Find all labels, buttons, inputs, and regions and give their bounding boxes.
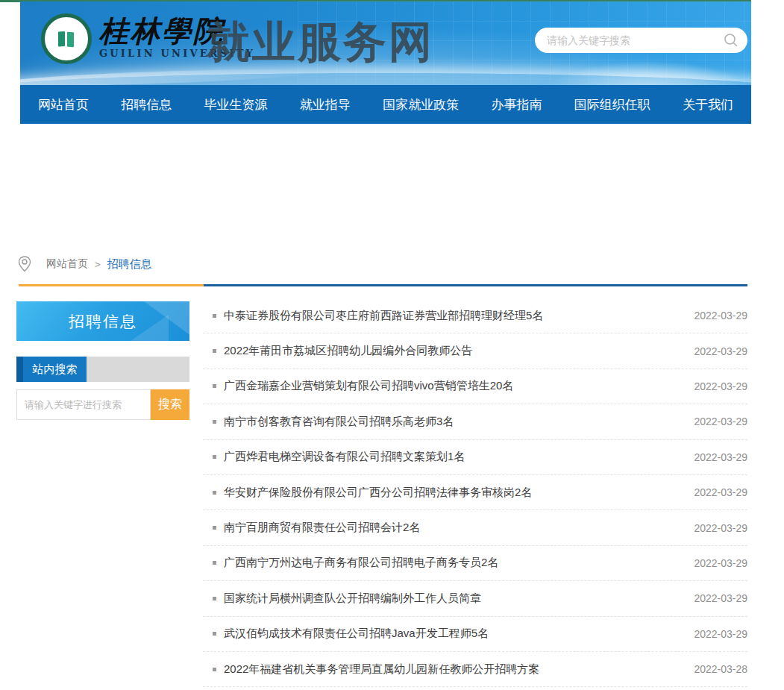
job-link[interactable]: 武汉佰钧成技术有限责任公司招聘Java开发工程师5名 bbox=[224, 627, 685, 641]
location-pin-icon bbox=[18, 256, 31, 272]
list-item: 华安财产保险股份有限公司广西分公司招聘法律事务审核岗2名 2022-03-29 bbox=[203, 475, 747, 510]
square-bullet-icon bbox=[213, 668, 216, 671]
divider-blue-segment bbox=[204, 284, 747, 286]
header-search-input[interactable] bbox=[547, 34, 724, 46]
job-date: 2022-03-29 bbox=[694, 628, 747, 640]
job-link[interactable]: 广西烨君电梯空调设备有限公司招聘文案策划1名 bbox=[224, 450, 685, 464]
list-item: 武汉佰钧成技术有限责任公司招聘Java开发工程师5名 2022-03-29 bbox=[203, 617, 747, 652]
job-link[interactable]: 华安财产保险股份有限公司广西分公司招聘法律事务审核岗2名 bbox=[224, 486, 685, 500]
job-list: 中泰证券股份有限公司枣庄府前西路证券营业部招聘理财经理5名 2022-03-29… bbox=[203, 298, 747, 687]
nav-item-national-policy[interactable]: 国家就业政策 bbox=[383, 96, 459, 113]
list-item: 2022年莆田市荔城区招聘幼儿园编外合同教师公告 2022-03-29 bbox=[203, 333, 747, 368]
list-item: 2022年福建省机关事务管理局直属幼儿园新任教师公开招聘方案 2022-03-2… bbox=[203, 652, 747, 687]
breadcrumb: 网站首页 > 招聘信息 bbox=[18, 256, 152, 272]
tab-accent-stripe bbox=[16, 357, 23, 382]
square-bullet-icon bbox=[213, 420, 216, 424]
sidebar-search-button[interactable]: 搜索 bbox=[151, 389, 189, 420]
list-item: 南宁百朋商贸有限责任公司招聘会计2名 2022-03-29 bbox=[203, 510, 747, 545]
list-item: 中泰证券股份有限公司枣庄府前西路证券营业部招聘理财经理5名 2022-03-29 bbox=[203, 298, 747, 333]
square-bullet-icon bbox=[213, 455, 216, 459]
job-date: 2022-03-29 bbox=[694, 345, 747, 357]
job-link[interactable]: 2022年福建省机关事务管理局直属幼儿园新任教师公开招聘方案 bbox=[224, 662, 685, 677]
job-link[interactable]: 广西金瑞嘉企业营销策划有限公司招聘vivo营销管培生20名 bbox=[224, 379, 685, 393]
books-glyph bbox=[54, 26, 79, 51]
page: 桂林學院 GUILIN UNIVERSITY 就业服务网 网站首页 招聘信息 毕… bbox=[0, 0, 784, 690]
site-search-bar: 站内搜索 bbox=[16, 357, 189, 382]
job-date: 2022-03-29 bbox=[694, 451, 747, 463]
breadcrumb-current[interactable]: 招聘信息 bbox=[107, 257, 152, 272]
sidebar-title: 招聘信息 bbox=[69, 311, 137, 332]
nav-item-intl-organizations[interactable]: 国际组织任职 bbox=[574, 96, 650, 113]
sidebar-search-input[interactable] bbox=[16, 389, 151, 420]
header-search-box[interactable] bbox=[535, 28, 747, 53]
sidebar-search: 搜索 bbox=[16, 389, 189, 420]
job-date: 2022-03-29 bbox=[694, 310, 747, 322]
job-link[interactable]: 国家统计局横州调查队公开招聘编制外工作人员简章 bbox=[224, 592, 685, 606]
nav-item-career-guidance[interactable]: 就业指导 bbox=[300, 96, 351, 113]
breadcrumb-separator: > bbox=[95, 259, 101, 270]
square-bullet-icon bbox=[213, 632, 216, 636]
divider-orange-segment bbox=[19, 284, 204, 286]
square-bullet-icon bbox=[213, 491, 216, 495]
list-item: 国家统计局横州调查队公开招聘编制外工作人员简章 2022-03-29 bbox=[203, 581, 747, 616]
breadcrumb-home-link[interactable]: 网站首页 bbox=[46, 257, 88, 271]
job-link[interactable]: 2022年莆田市荔城区招聘幼儿园编外合同教师公告 bbox=[224, 344, 685, 358]
list-item: 广西金瑞嘉企业营销策划有限公司招聘vivo营销管培生20名 2022-03-29 bbox=[203, 369, 747, 404]
square-bullet-icon bbox=[213, 384, 216, 388]
job-date: 2022-03-29 bbox=[694, 380, 747, 392]
university-emblem-icon bbox=[41, 13, 92, 64]
job-date: 2022-03-29 bbox=[694, 592, 747, 604]
job-link[interactable]: 南宁百朋商贸有限责任公司招聘会计2名 bbox=[224, 521, 685, 535]
main-nav: 网站首页 招聘信息 毕业生资源 就业指导 国家就业政策 办事指南 国际组织任职 … bbox=[20, 85, 751, 124]
nav-item-service-guide[interactable]: 办事指南 bbox=[491, 96, 542, 113]
job-link[interactable]: 中泰证券股份有限公司枣庄府前西路证券营业部招聘理财经理5名 bbox=[224, 309, 685, 323]
nav-item-about-us[interactable]: 关于我们 bbox=[683, 96, 733, 113]
nav-item-home[interactable]: 网站首页 bbox=[38, 96, 89, 113]
list-item: 广西烨君电梯空调设备有限公司招聘文案策划1名 2022-03-29 bbox=[203, 440, 747, 475]
job-link[interactable]: 南宁市创客教育咨询有限公司招聘乐高老师3名 bbox=[224, 415, 685, 429]
square-bullet-icon bbox=[213, 561, 216, 565]
search-icon[interactable] bbox=[724, 33, 738, 48]
list-item: 广西南宁万州达电子商务有限公司招聘电子商务专员2名 2022-03-29 bbox=[203, 546, 747, 581]
nav-item-recruit-info[interactable]: 招聘信息 bbox=[121, 96, 172, 113]
job-date: 2022-03-29 bbox=[694, 486, 747, 498]
square-bullet-icon bbox=[213, 526, 216, 530]
job-link[interactable]: 广西南宁万州达电子商务有限公司招聘电子商务专员2名 bbox=[224, 556, 685, 570]
square-bullet-icon bbox=[213, 349, 216, 353]
job-date: 2022-03-29 bbox=[694, 557, 747, 569]
site-search-tab[interactable]: 站内搜索 bbox=[23, 357, 87, 382]
job-date: 2022-03-29 bbox=[694, 522, 747, 534]
list-item: 南宁市创客教育咨询有限公司招聘乐高老师3名 2022-03-29 bbox=[203, 404, 747, 439]
site-title: 就业服务网 bbox=[207, 13, 434, 72]
job-date: 2022-03-28 bbox=[694, 663, 747, 675]
job-date: 2022-03-29 bbox=[694, 415, 747, 427]
sidebar-title-panel: 招聘信息 bbox=[16, 301, 189, 341]
square-bullet-icon bbox=[213, 314, 216, 318]
nav-item-graduate-resources[interactable]: 毕业生资源 bbox=[204, 96, 268, 113]
site-banner: 桂林學院 GUILIN UNIVERSITY 就业服务网 bbox=[20, 1, 751, 85]
square-bullet-icon bbox=[213, 597, 216, 600]
